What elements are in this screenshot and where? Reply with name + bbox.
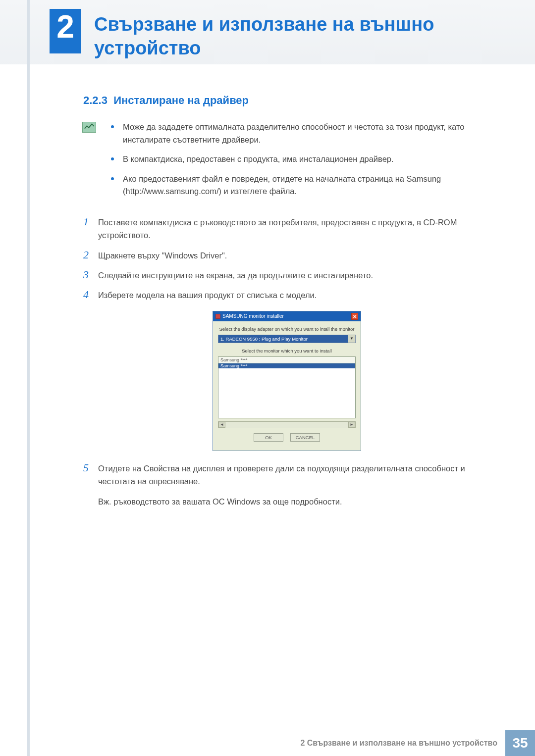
note-item: Ако предоставеният файл е повреден, отид…: [111, 173, 490, 198]
monitor-list-header: Samsung ****: [218, 357, 355, 363]
step-4: 4 Изберете модела на вашия продукт от сп…: [83, 289, 490, 302]
step-number: 2: [83, 249, 98, 262]
cancel-button[interactable]: CANCEL: [290, 433, 320, 442]
installer-body: Select the display adapter on which you …: [213, 321, 361, 451]
bullet-icon: [111, 157, 114, 160]
installer-button-row: OK CANCEL: [218, 428, 356, 448]
steps-list: 1 Поставете компактдиска с ръководството…: [83, 216, 490, 508]
horizontal-scrollbar[interactable]: ◄ ►: [218, 421, 356, 428]
chevron-down-icon[interactable]: ▼: [348, 335, 355, 343]
note-block: Може да зададете оптималната разделителн…: [82, 121, 490, 205]
scroll-right-icon[interactable]: ►: [348, 422, 355, 428]
step-1: 1 Поставете компактдиска с ръководството…: [83, 216, 490, 242]
app-icon: [215, 314, 220, 319]
chapter-number-badge: 2: [50, 9, 81, 53]
step-text: Изберете модела на вашия продукт от спис…: [98, 289, 490, 302]
monitor-list-row[interactable]: Samsung ****: [218, 363, 355, 368]
section-heading: 2.2.3 Инсталиране на драйвер: [83, 94, 490, 107]
note-text: В компактдиска, предоставен с продукта, …: [123, 153, 394, 166]
step-3: 3 Следвайте инструкциите на екрана, за д…: [83, 269, 490, 282]
content-area: 2.2.3 Инсталиране на драйвер Може да зад…: [83, 94, 490, 508]
note-icon: [82, 122, 96, 133]
note-list: Може да зададете оптималната разделителн…: [111, 121, 490, 205]
note-item: В компактдиска, предоставен с продукта, …: [111, 153, 490, 166]
step-5-extra: Вж. ръководството за вашата ОС Windows з…: [98, 495, 490, 508]
step-text: Отидете на Свойства на дисплея и провере…: [98, 462, 490, 488]
close-icon[interactable]: ✕: [351, 313, 358, 320]
adapter-select-value: 1. RADEON 9550 : Plug and Play Monitor: [218, 335, 348, 343]
note-text: Ако предоставеният файл е повреден, отид…: [123, 173, 490, 198]
installer-label-monitor: Select the monitor which you want to ins…: [218, 348, 356, 353]
chapter-title: Свързване и използване на външно устройс…: [94, 13, 495, 60]
left-decor-stripe: [27, 0, 30, 756]
adapter-select[interactable]: 1. RADEON 9550 : Plug and Play Monitor ▼: [218, 335, 356, 343]
step-number: 3: [83, 269, 98, 282]
installer-label-adapter: Select the display adapter on which you …: [218, 326, 356, 332]
installer-dialog: SAMSUNG monitor installer ✕ Select the d…: [213, 311, 361, 451]
step-number: 4: [83, 289, 98, 302]
footer-chapter-label: 2 Свързване и използване на външно устро…: [300, 739, 497, 748]
page-footer: 2 Свързване и използване на външно устро…: [0, 730, 535, 756]
page-number: 35: [505, 730, 535, 756]
monitor-list[interactable]: Samsung **** Samsung ****: [218, 356, 356, 418]
ok-button[interactable]: OK: [254, 433, 283, 442]
step-text: Следвайте инструкциите на екрана, за да …: [98, 269, 490, 282]
step-number: 5: [83, 462, 98, 488]
note-item: Може да зададете оптималната разделителн…: [111, 121, 490, 146]
chapter-number: 2: [56, 11, 74, 43]
step-text: Поставете компактдиска с ръководството з…: [98, 216, 490, 242]
section-title-text: Инсталиране на драйвер: [113, 94, 249, 106]
installer-title: SAMSUNG monitor installer: [222, 313, 284, 319]
scroll-left-icon[interactable]: ◄: [218, 422, 225, 428]
section-number: 2.2.3: [83, 94, 107, 106]
note-text: Може да зададете оптималната разделителн…: [123, 121, 490, 146]
monitor-list-body: Samsung ****: [218, 363, 355, 418]
step-5: 5 Отидете на Свойства на дисплея и прове…: [83, 462, 490, 488]
step-2: 2 Щракнете върху "Windows Driver".: [83, 249, 490, 262]
step-text: Щракнете върху "Windows Driver".: [98, 249, 490, 262]
step-number: 1: [83, 216, 98, 242]
bullet-icon: [111, 177, 114, 180]
bullet-icon: [111, 125, 114, 128]
installer-titlebar: SAMSUNG monitor installer ✕: [213, 311, 361, 321]
